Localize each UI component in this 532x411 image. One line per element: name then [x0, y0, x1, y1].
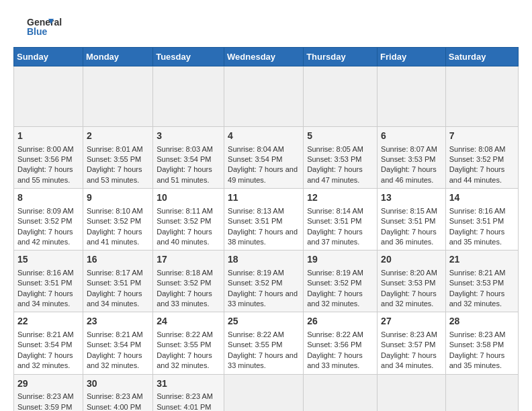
page-header: General Blue — [13, 13, 519, 40]
sunrise: Sunrise: 8:23 AM — [17, 392, 74, 400]
sunrise: Sunrise: 8:14 AM — [307, 207, 363, 215]
day-number: 31 — [157, 377, 220, 391]
calendar-cell — [153, 66, 224, 127]
sunset: Sunset: 3:52 PM — [17, 217, 72, 225]
sunset: Sunset: 3:52 PM — [449, 155, 504, 163]
calendar-header-saturday: Saturday — [445, 48, 518, 66]
sunset: Sunset: 3:51 PM — [17, 279, 72, 287]
calendar-header-friday: Friday — [378, 48, 446, 66]
sunrise: Sunrise: 8:22 AM — [157, 330, 213, 338]
calendar-cell — [224, 374, 304, 411]
sunset: Sunset: 3:53 PM — [381, 279, 435, 287]
day-number: 19 — [307, 253, 373, 267]
calendar-cell: 16Sunrise: 8:17 AMSunset: 3:51 PMDayligh… — [83, 250, 152, 312]
sunset: Sunset: 4:01 PM — [157, 403, 211, 411]
day-number: 16 — [87, 253, 149, 267]
sunrise: Sunrise: 8:13 AM — [228, 207, 284, 215]
sunrise: Sunrise: 8:05 AM — [307, 145, 363, 153]
calendar-cell: 30Sunrise: 8:23 AMSunset: 4:00 PMDayligh… — [83, 374, 152, 411]
daylight: Daylight: 7 hours and 40 minutes. — [157, 228, 212, 246]
daylight: Daylight: 7 hours and 53 minutes. — [87, 165, 142, 183]
calendar-week-row — [14, 66, 519, 127]
sunset: Sunset: 3:55 PM — [157, 340, 211, 349]
svg-text:Blue: Blue — [27, 26, 48, 37]
day-number: 24 — [157, 315, 220, 328]
day-number: 21 — [449, 253, 515, 267]
calendar-cell: 3Sunrise: 8:03 AMSunset: 3:54 PMDaylight… — [153, 127, 224, 189]
daylight: Daylight: 7 hours and 32 minutes. — [87, 351, 142, 369]
sunset: Sunset: 4:00 PM — [87, 403, 141, 411]
daylight: Daylight: 7 hours and 34 minutes. — [87, 289, 142, 308]
sunset: Sunset: 3:51 PM — [87, 279, 141, 287]
calendar-cell — [378, 374, 446, 411]
calendar-cell — [378, 66, 446, 127]
sunset: Sunset: 3:55 PM — [228, 340, 282, 349]
sunrise: Sunrise: 8:00 AM — [17, 145, 74, 153]
calendar-cell: 10Sunrise: 8:11 AMSunset: 3:52 PMDayligh… — [153, 189, 224, 250]
day-number: 11 — [228, 191, 300, 205]
calendar-cell — [224, 66, 304, 127]
calendar-header-sunday: Sunday — [14, 48, 83, 66]
day-number: 22 — [17, 315, 79, 328]
sunrise: Sunrise: 8:21 AM — [17, 330, 74, 338]
sunset: Sunset: 3:53 PM — [307, 155, 361, 163]
sunrise: Sunrise: 8:19 AM — [307, 269, 363, 277]
daylight: Daylight: 7 hours and 35 minutes. — [449, 228, 505, 246]
calendar-header-monday: Monday — [83, 48, 152, 66]
sunset: Sunset: 3:56 PM — [307, 340, 361, 349]
sunset: Sunset: 3:57 PM — [381, 340, 435, 349]
daylight: Daylight: 7 hours and 32 minutes. — [381, 289, 437, 308]
calendar-header-thursday: Thursday — [304, 48, 378, 66]
sunset: Sunset: 3:56 PM — [17, 155, 72, 163]
sunset: Sunset: 3:54 PM — [157, 155, 211, 163]
daylight: Daylight: 7 hours and 33 minutes. — [157, 289, 212, 308]
calendar-header-row: SundayMondayTuesdayWednesdayThursdayFrid… — [14, 48, 519, 66]
daylight: Daylight: 7 hours and 42 minutes. — [17, 228, 73, 246]
sunrise: Sunrise: 8:23 AM — [449, 330, 506, 338]
calendar-cell: 8Sunrise: 8:09 AMSunset: 3:52 PMDaylight… — [14, 189, 83, 250]
daylight: Daylight: 7 hours and 33 minutes. — [228, 289, 298, 308]
sunrise: Sunrise: 8:21 AM — [87, 330, 143, 338]
sunset: Sunset: 3:58 PM — [449, 340, 504, 349]
daylight: Daylight: 7 hours and 55 minutes. — [17, 165, 73, 183]
calendar-cell: 27Sunrise: 8:23 AMSunset: 3:57 PMDayligh… — [378, 312, 446, 374]
day-number: 12 — [307, 191, 373, 205]
daylight: Daylight: 7 hours and 34 minutes. — [17, 289, 73, 308]
sunrise: Sunrise: 8:15 AM — [381, 207, 437, 215]
calendar-cell: 24Sunrise: 8:22 AMSunset: 3:55 PMDayligh… — [153, 312, 224, 374]
calendar-cell: 2Sunrise: 8:01 AMSunset: 3:55 PMDaylight… — [83, 127, 152, 189]
calendar-week-row: 15Sunrise: 8:16 AMSunset: 3:51 PMDayligh… — [14, 250, 519, 312]
daylight: Daylight: 7 hours and 32 minutes. — [307, 289, 363, 308]
daylight: Daylight: 7 hours and 46 minutes. — [381, 165, 437, 183]
calendar-cell: 13Sunrise: 8:15 AMSunset: 3:51 PMDayligh… — [378, 189, 446, 250]
calendar-cell — [445, 66, 518, 127]
calendar-cell — [14, 66, 83, 127]
calendar-week-row: 29Sunrise: 8:23 AMSunset: 3:59 PMDayligh… — [14, 374, 519, 411]
day-number: 17 — [157, 253, 220, 267]
calendar-cell: 23Sunrise: 8:21 AMSunset: 3:54 PMDayligh… — [83, 312, 152, 374]
calendar-cell: 31Sunrise: 8:23 AMSunset: 4:01 PMDayligh… — [153, 374, 224, 411]
daylight: Daylight: 7 hours and 36 minutes. — [381, 228, 437, 246]
calendar-cell: 21Sunrise: 8:21 AMSunset: 3:53 PMDayligh… — [445, 250, 518, 312]
day-number: 6 — [381, 130, 442, 143]
daylight: Daylight: 7 hours and 37 minutes. — [307, 228, 363, 246]
logo: General Blue — [13, 13, 67, 40]
sunrise: Sunrise: 8:11 AM — [157, 207, 213, 215]
day-number: 3 — [157, 130, 220, 143]
calendar-cell: 14Sunrise: 8:16 AMSunset: 3:51 PMDayligh… — [445, 189, 518, 250]
day-number: 15 — [17, 253, 79, 267]
daylight: Daylight: 7 hours and 32 minutes. — [17, 351, 73, 369]
calendar-cell — [445, 374, 518, 411]
sunset: Sunset: 3:54 PM — [87, 340, 141, 349]
day-number: 18 — [228, 253, 300, 267]
sunrise: Sunrise: 8:10 AM — [87, 207, 143, 215]
calendar-cell: 7Sunrise: 8:08 AMSunset: 3:52 PMDaylight… — [445, 127, 518, 189]
day-number: 5 — [307, 130, 373, 143]
calendar-cell: 12Sunrise: 8:14 AMSunset: 3:51 PMDayligh… — [304, 189, 378, 250]
sunrise: Sunrise: 8:17 AM — [87, 269, 143, 277]
sunrise: Sunrise: 8:23 AM — [157, 392, 213, 400]
day-number: 13 — [381, 191, 442, 205]
day-number: 2 — [87, 130, 149, 143]
calendar-cell — [304, 66, 378, 127]
daylight: Daylight: 7 hours and 33 minutes. — [307, 351, 363, 369]
